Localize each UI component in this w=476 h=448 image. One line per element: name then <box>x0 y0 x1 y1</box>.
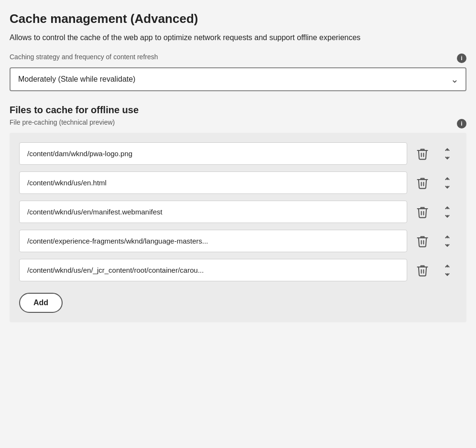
file-input[interactable] <box>19 142 407 165</box>
file-input[interactable] <box>19 230 407 252</box>
reorder-file-button[interactable] <box>438 173 457 192</box>
file-input[interactable] <box>19 259 407 281</box>
file-row <box>19 230 457 252</box>
delete-file-button[interactable] <box>413 232 432 251</box>
caching-strategy-selected: Moderately (Stale while revalidate) <box>18 75 135 84</box>
file-row <box>19 259 457 281</box>
delete-file-button[interactable] <box>413 144 432 163</box>
delete-file-button[interactable] <box>413 173 432 192</box>
file-row <box>19 142 457 165</box>
caching-strategy-dropdown-wrapper: Moderately (Stale while revalidate) ⌄ <box>10 67 466 91</box>
caching-strategy-info-icon[interactable]: i <box>457 53 466 63</box>
delete-file-button[interactable] <box>413 261 432 280</box>
reorder-file-button[interactable] <box>438 144 457 163</box>
reorder-file-button[interactable] <box>438 261 457 280</box>
delete-file-button[interactable] <box>413 203 432 222</box>
add-button[interactable]: Add <box>19 293 63 313</box>
pre-cache-info-icon[interactable]: i <box>457 119 466 128</box>
reorder-file-button[interactable] <box>438 203 457 222</box>
file-row <box>19 171 457 194</box>
page-title: Cache management (Advanced) <box>10 11 466 26</box>
file-input[interactable] <box>19 171 407 194</box>
file-input[interactable] <box>19 201 407 223</box>
caching-strategy-label: Caching strategy and frequency of conten… <box>10 53 158 61</box>
pre-cache-label: File pre-caching (technical preview) <box>10 118 115 126</box>
file-cache-section: Add <box>10 133 466 322</box>
page-description: Allows to control the cache of the web a… <box>10 32 466 43</box>
file-row <box>19 201 457 223</box>
caching-strategy-dropdown[interactable]: Moderately (Stale while revalidate) <box>10 67 466 91</box>
files-section-title: Files to cache for offline use <box>10 105 466 116</box>
reorder-file-button[interactable] <box>438 232 457 251</box>
